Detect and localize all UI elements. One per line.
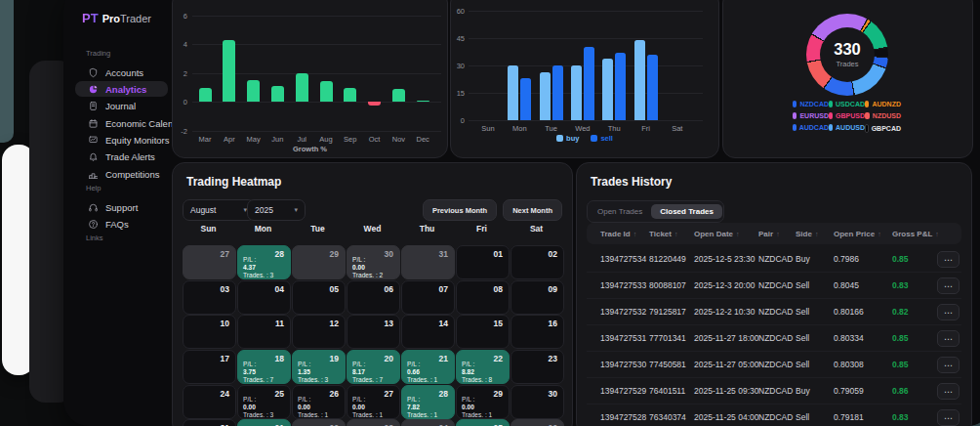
- day-cell-23[interactable]: 23: [510, 350, 564, 384]
- day-cell-05[interactable]: 05: [456, 419, 510, 426]
- legend-swatch: [556, 135, 563, 142]
- table-row: 1394727534812204492025-12-5 23:30NZDCADB…: [587, 245, 961, 273]
- day-cell-03[interactable]: 03: [347, 419, 400, 426]
- day-cell-17[interactable]: 17: [183, 350, 236, 384]
- column-header-pair[interactable]: Pair↑: [758, 223, 780, 244]
- buy-bar: [540, 72, 551, 120]
- y-tick-label: 4: [173, 40, 187, 49]
- column-header-trade-id[interactable]: Trade Id↑: [600, 223, 636, 244]
- day-cell-03[interactable]: 03: [183, 280, 236, 315]
- day-number: 31: [439, 249, 448, 259]
- day-cell-09[interactable]: 09: [510, 280, 564, 315]
- day-cell-01[interactable]: 01: [456, 245, 510, 279]
- row-actions-button[interactable]: ⋯: [937, 357, 960, 373]
- day-pl-block: P/L :0.66Trades. : 1: [407, 361, 437, 384]
- sidebar-item-equity-monitors[interactable]: Equity Monitors: [75, 132, 168, 148]
- column-header-side[interactable]: Side↑: [796, 223, 818, 244]
- day-cell-24[interactable]: 24: [183, 385, 236, 419]
- tab-open-trades[interactable]: Open Trades: [589, 204, 651, 219]
- sidebar-item-economic-calendar[interactable]: Economic Calendar: [75, 115, 168, 131]
- day-cell-30[interactable]: 30P/L :0.00Trades. : 2: [347, 245, 400, 279]
- legend-label: GBPUSD: [836, 112, 865, 119]
- day-cell-14[interactable]: 14: [401, 315, 455, 349]
- day-cell-20[interactable]: 20P/L :8.17Trades. : 7: [347, 350, 400, 384]
- tab-closed-trades[interactable]: Closed Trades: [651, 204, 722, 219]
- sidebar-item-accounts[interactable]: Accounts: [75, 64, 168, 80]
- month-select[interactable]: August ▾: [183, 199, 255, 221]
- logo-text-trader: Trader: [120, 13, 151, 24]
- y-tick-label: 15: [451, 89, 465, 98]
- day-pl-block: P/L :4.37Trades. : 3: [243, 256, 273, 279]
- sidebar-item-journal[interactable]: Journal: [75, 98, 168, 113]
- legend-swatch: [865, 101, 869, 107]
- previous-month-button[interactable]: Previous Month: [423, 199, 497, 221]
- day-cell-04[interactable]: 04: [237, 280, 291, 315]
- day-cell-28[interactable]: 28P/L :4.37Trades. : 3: [237, 245, 291, 279]
- legend-swatch: [865, 112, 870, 119]
- day-cell-15[interactable]: 15: [456, 315, 510, 349]
- row-actions-button[interactable]: ⋯: [937, 277, 960, 294]
- cell-gross-p-l: 0.82: [892, 298, 909, 324]
- day-cell-29[interactable]: 29: [292, 245, 346, 279]
- day-cell-22[interactable]: 22P/L :8.82Trades. : 8: [456, 350, 510, 384]
- y-tick-label: 60: [451, 7, 465, 16]
- x-tick-label: Nov: [385, 135, 412, 144]
- column-header-gross-p-l[interactable]: Gross P&L↑: [892, 223, 939, 244]
- legend-label: GBPCAD: [872, 125, 901, 132]
- cell-side: Sell: [796, 298, 809, 324]
- row-actions-button[interactable]: ⋯: [937, 330, 960, 347]
- cell-open-date: 2025-12-5 23:30: [694, 245, 755, 272]
- day-cell-06[interactable]: 06: [347, 280, 400, 315]
- day-cell-06[interactable]: 06: [510, 419, 564, 426]
- sidebar: PTProTrader Trading Help Links AccountsA…: [63, 0, 172, 426]
- pairs-legend: NZDCADUSDCADAUDNZDEURUSDGBPUSDNZDUSDAUDC…: [723, 0, 972, 157]
- day-number: 19: [330, 354, 339, 363]
- year-select[interactable]: 2025 ▾: [247, 199, 306, 221]
- day-cell-08[interactable]: 08: [456, 280, 510, 315]
- day-cell-26[interactable]: 26P/L :0.00Trades. : 1: [292, 385, 346, 419]
- day-cell-04[interactable]: 04: [401, 419, 455, 426]
- day-number: 05: [330, 284, 339, 294]
- day-cell-12[interactable]: 12: [292, 315, 346, 349]
- day-cell-27[interactable]: 27: [183, 245, 236, 279]
- row-actions-button[interactable]: ⋯: [937, 304, 960, 320]
- day-cell-01[interactable]: 01: [237, 419, 291, 426]
- day-cell-21[interactable]: 21P/L :0.66Trades. : 1: [401, 350, 455, 384]
- sidebar-item-analytics[interactable]: Analytics: [75, 81, 168, 97]
- day-cell-05[interactable]: 05: [292, 280, 346, 315]
- day-cell-31[interactable]: 31: [401, 245, 455, 279]
- row-actions-button[interactable]: ⋯: [937, 383, 960, 400]
- day-cell-18[interactable]: 18P/L :3.75Trades. : 7: [237, 350, 291, 384]
- cell-open-price: 0.8045: [834, 272, 859, 298]
- cell-open-price: 0.80334: [834, 324, 864, 351]
- column-header-open-price[interactable]: Open Price↑: [834, 223, 881, 244]
- day-cell-16[interactable]: 16: [510, 315, 564, 349]
- day-cell-07[interactable]: 07: [401, 280, 455, 315]
- day-number: 30: [385, 249, 393, 259]
- column-header-open-date[interactable]: Open Date↑: [694, 223, 740, 244]
- day-cell-13[interactable]: 13: [347, 315, 400, 349]
- day-cell-25[interactable]: 25P/L :0.00Trades. : 3: [237, 385, 291, 419]
- day-cell-29[interactable]: 29P/L :0.00Trades. : 1: [456, 385, 510, 419]
- day-cell-02[interactable]: 02: [292, 419, 346, 426]
- row-actions-button[interactable]: ⋯: [937, 251, 960, 268]
- sidebar-item-faqs[interactable]: FAQs: [75, 216, 168, 232]
- sidebar-item-trade-alerts[interactable]: Trade Alerts: [75, 149, 168, 164]
- next-month-button[interactable]: Next Month: [503, 199, 562, 221]
- column-header-ticket[interactable]: Ticket↑: [649, 223, 677, 244]
- day-cell-10[interactable]: 10: [183, 315, 236, 349]
- day-number: 17: [221, 354, 229, 363]
- day-cell-27[interactable]: 27P/L :0.00Trades. : 1: [347, 385, 400, 419]
- day-cell-11[interactable]: 11: [237, 315, 291, 349]
- row-actions-button[interactable]: ⋯: [937, 409, 960, 426]
- cell-gross-p-l: 0.85: [892, 351, 909, 377]
- day-cell-19[interactable]: 19P/L :1.35Trades. : 3: [292, 350, 346, 384]
- day-cell-02[interactable]: 02: [510, 245, 564, 279]
- cell-ticket: 77701341: [649, 324, 686, 351]
- day-cell-31[interactable]: 31: [183, 419, 236, 426]
- day-cell-30[interactable]: 30: [510, 385, 564, 419]
- sidebar-item-competitions[interactable]: Competitions: [75, 166, 168, 182]
- sidebar-item-support[interactable]: Support: [75, 199, 168, 215]
- day-cell-28[interactable]: 28P/L :7.82Trades. : 1: [401, 385, 455, 419]
- legend-label: AUDUSD: [836, 124, 865, 131]
